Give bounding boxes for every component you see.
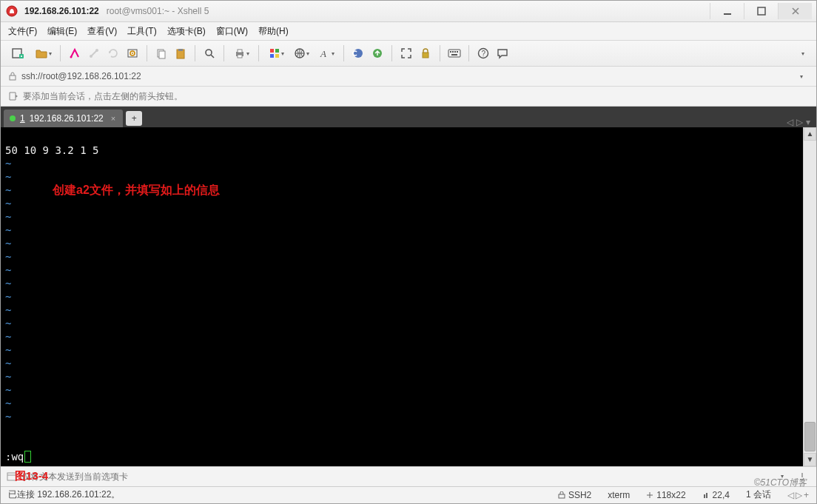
window-controls [710,3,812,19]
svg-rect-19 [270,49,274,53]
toolbar-separator [147,45,147,61]
svg-rect-39 [704,494,705,498]
feedback-button[interactable] [494,45,511,61]
status-nav: ◁ ▷ + [787,490,809,500]
disconnect-button[interactable] [86,45,102,61]
properties-button[interactable] [124,45,141,61]
tilde-line: ~ [5,171,11,183]
font-button[interactable]: A▾ [315,45,337,61]
menu-edit[interactable]: 编辑(E) [47,25,77,38]
vertical-scrollbar[interactable]: ▲ ▼ [803,127,816,466]
svg-rect-14 [178,49,183,51]
menu-tabs[interactable]: 选项卡(B) [167,25,206,38]
tilde-line: ~ [5,397,11,409]
maximize-button[interactable] [744,3,778,19]
scroll-down-button[interactable]: ▼ [804,453,816,466]
status-protocol: SSH2 [558,490,591,500]
svg-rect-27 [423,53,428,58]
toolbar-separator [468,45,469,61]
session-tab[interactable]: 1 192.168.26.101:22 × [4,110,123,127]
cursor-icon [24,451,31,463]
svg-rect-1 [724,13,731,15]
toolbar-separator [440,45,440,61]
close-button[interactable] [778,3,812,19]
annotation-text: 创建a2文件，并填写如上的信息 [53,184,220,197]
svg-point-25 [354,49,363,58]
tilde-line: ~ [5,331,11,343]
tilde-line: ~ [5,357,11,369]
title-sub: root@vms001:~ - Xshell 5 [107,6,209,16]
status-dot-icon [10,115,16,121]
svg-rect-33 [451,54,457,56]
svg-rect-12 [159,51,165,58]
svg-point-10 [132,53,133,54]
svg-rect-32 [457,51,458,53]
svg-point-15 [206,50,212,56]
fullscreen-button[interactable] [398,45,414,61]
print-button[interactable]: ▾ [230,45,252,61]
copy-button[interactable] [153,45,169,61]
tab-next-button[interactable]: ▷ [796,117,803,127]
svg-rect-18 [238,55,242,58]
tab-close-button[interactable]: × [111,114,115,123]
scroll-track[interactable] [804,141,816,453]
statusbar: 已连接 192.168.26.101:22。 SSH2 xterm 118x22… [1,486,816,503]
menubar: 文件(F) 编辑(E) 查看(V) 工具(T) 选项卡(B) 窗口(W) 帮助(… [1,22,816,41]
watermark-text: ©51CTO博客 [754,477,807,489]
terminal-area: 50 10 9 3.2 1 5 ~ ~ ~ ~ ~ ~ ~ ~ ~ ~ ~ ~ … [1,127,816,466]
paste-button[interactable] [172,45,189,61]
tilde-line: ~ [5,344,11,356]
minimize-button[interactable] [710,3,744,19]
xftp-button[interactable] [369,45,386,61]
color-scheme-button[interactable]: ▾ [265,45,287,61]
svg-rect-21 [270,54,274,58]
status-next-button[interactable]: ▷ [796,490,802,500]
status-size: 118x22 [646,490,685,500]
menu-window[interactable]: 窗口(W) [216,25,248,38]
keyboard-button[interactable] [446,45,463,61]
open-button[interactable]: ▾ [32,45,54,61]
menu-file[interactable]: 文件(F) [8,25,37,38]
tilde-line: ~ [5,184,11,196]
menu-tools[interactable]: 工具(T) [127,25,156,38]
toolbar-overflow-button[interactable]: ▾ [794,45,810,61]
menu-view[interactable]: 查看(V) [87,25,117,38]
menu-help[interactable]: 帮助(H) [258,25,289,38]
scroll-up-button[interactable]: ▲ [804,127,816,141]
svg-rect-38 [559,494,565,498]
tabbar: 1 192.168.26.101:22 × + ◁ ▷ ▾ [1,107,816,127]
reconnect-button[interactable] [105,45,121,61]
status-prev-button[interactable]: ◁ [787,490,794,500]
position-icon [702,491,710,499]
status-add-button[interactable]: + [804,490,809,500]
toolbar-separator [391,45,392,61]
new-tab-button[interactable]: + [126,111,142,126]
tab-index: 1 [20,113,25,124]
terminal[interactable]: 50 10 9 3.2 1 5 ~ ~ ~ ~ ~ ~ ~ ~ ~ ~ ~ ~ … [1,127,803,466]
compose-input[interactable] [21,469,769,484]
tilde-line: ~ [5,384,11,396]
tab-menu-button[interactable]: ▾ [806,117,810,127]
tilde-line: ~ [5,291,11,303]
size-icon [646,491,653,499]
encoding-button[interactable]: ▾ [290,45,312,61]
help-button[interactable]: ? [475,45,491,61]
tilde-line: ~ [5,371,11,383]
toolbar-separator [60,45,61,61]
hintbar: 要添加当前会话，点击左侧的箭头按钮。 [1,87,816,107]
compose-bar: ▾ [1,466,816,486]
svg-text:?: ? [482,50,486,58]
lock-button[interactable] [417,45,434,61]
status-right: SSH2 xterm 118x22 22,4 1 会话 ◁ ▷ + [558,488,809,501]
status-term: xterm [608,490,630,500]
svg-point-7 [95,49,98,52]
xagent-button[interactable] [350,45,366,61]
new-session-button[interactable] [7,45,29,61]
address-dropdown-button[interactable]: ▾ [793,68,809,84]
address-url[interactable]: ssh://root@192.168.26.101:22 [21,71,788,81]
tab-prev-button[interactable]: ◁ [787,117,793,127]
titlebar: 192.168.26.101:22 root@vms001:~ - Xshell… [1,1,816,22]
connect-button[interactable] [67,45,83,61]
scroll-thumb[interactable] [804,422,816,451]
find-button[interactable] [201,45,218,61]
